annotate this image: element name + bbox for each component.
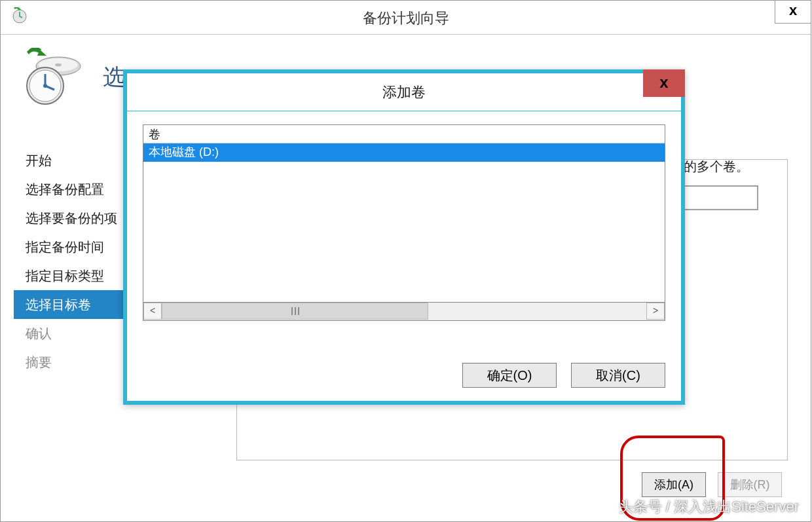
volume-list-item[interactable]: 本地磁盘 (D:)	[143, 143, 665, 162]
scroll-grip-icon	[290, 307, 301, 315]
dialog-close-button[interactable]: x	[643, 69, 685, 97]
dialog-title: 添加卷	[382, 83, 426, 102]
dialog-body: 卷 本地磁盘 (D:) < > 确定(O) 取消(C)	[143, 124, 665, 388]
dialog-buttons: 确定(O) 取消(C)	[462, 363, 665, 388]
scroll-right-button[interactable]: >	[646, 303, 665, 320]
cancel-button[interactable]: 取消(C)	[571, 363, 665, 388]
wizard-header: 选	[14, 48, 125, 107]
ok-button[interactable]: 确定(O)	[462, 363, 557, 388]
svg-point-10	[43, 84, 47, 88]
wizard-close-button[interactable]: x	[775, 0, 811, 24]
volume-listview[interactable]: 卷 本地磁盘 (D:)	[143, 124, 665, 303]
svg-point-4	[55, 64, 62, 67]
wizard-title: 备份计划向导	[363, 9, 449, 28]
wizard-titlebar: 备份计划向导 x	[1, 1, 811, 35]
backup-wizard-icon	[14, 48, 84, 107]
wizard-title-icon	[11, 7, 28, 24]
wizard-add-remove-buttons: 添加(A) 删除(R)	[642, 472, 782, 497]
scroll-thumb[interactable]	[162, 303, 428, 320]
horizontal-scrollbar[interactable]: < >	[143, 303, 665, 321]
scroll-track[interactable]	[162, 303, 646, 320]
remove-button: 删除(R)	[718, 472, 782, 497]
wizard-step-title: 选	[103, 62, 125, 92]
scroll-left-button[interactable]: <	[143, 303, 162, 320]
add-button[interactable]: 添加(A)	[642, 472, 706, 497]
add-volume-dialog: 添加卷 x 卷 本地磁盘 (D:) < > 确定(O) 取消(C)	[123, 69, 685, 405]
dialog-titlebar: 添加卷 x	[127, 73, 681, 111]
listview-column-header[interactable]: 卷	[143, 125, 665, 143]
